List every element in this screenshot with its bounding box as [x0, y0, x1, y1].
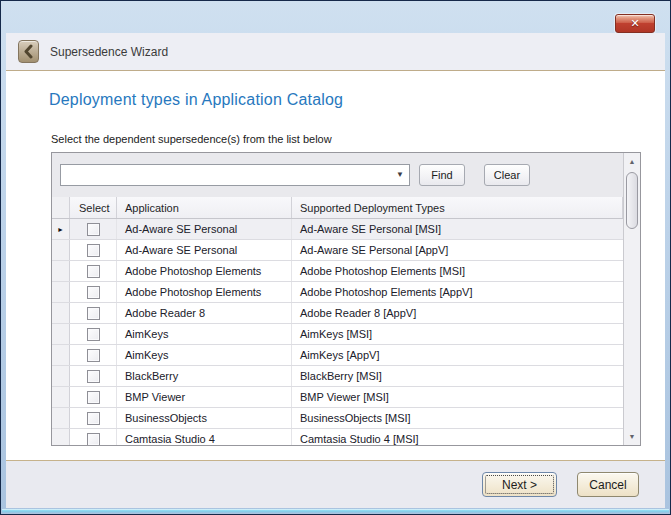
table-row[interactable]: ► Ad-Aware SE Personal Ad-Aware SE Perso…: [52, 219, 623, 240]
select-cell: [70, 387, 117, 407]
supported-deployment-type-cell: Camtasia Studio 4 [MSI]: [292, 429, 623, 445]
combobox-dropdown-icon[interactable]: ▼: [391, 165, 409, 185]
select-cell: [70, 219, 117, 239]
scroll-up-icon: ▲: [629, 158, 636, 165]
supported-deployment-type-cell: AimKeys [AppV]: [292, 345, 623, 365]
row-checkbox[interactable]: [87, 265, 100, 278]
table-row[interactable]: BlackBerry BlackBerry [MSI]: [52, 366, 623, 387]
row-selector-cell: [52, 429, 70, 445]
supported-deployment-type-cell: Adobe Photoshop Elements [AppV]: [292, 282, 623, 302]
filter-combobox[interactable]: ▼: [60, 164, 410, 186]
application-cell: Adobe Photoshop Elements: [117, 261, 292, 281]
row-checkbox[interactable]: [87, 223, 100, 236]
back-button[interactable]: [18, 40, 39, 63]
wizard-header-band: Supersedence Wizard: [6, 33, 665, 71]
close-button[interactable]: ✕: [615, 14, 655, 33]
row-checkbox[interactable]: [87, 286, 100, 299]
table-row[interactable]: BusinessObjects BusinessObjects [MSI]: [52, 408, 623, 429]
row-selector-cell: [52, 324, 70, 344]
table-row[interactable]: AimKeys AimKeys [AppV]: [52, 345, 623, 366]
next-button[interactable]: Next >: [482, 472, 557, 497]
cancel-button[interactable]: Cancel: [577, 472, 639, 497]
clear-button[interactable]: Clear: [484, 164, 530, 186]
wizard-window: ✕ Supersedence Wizard Deployment types i…: [0, 0, 671, 515]
table-row[interactable]: AimKeys AimKeys [MSI]: [52, 324, 623, 345]
row-checkbox[interactable]: [87, 370, 100, 383]
row-selector-cell: [52, 261, 70, 281]
page-content: Deployment types in Application Catalog …: [6, 71, 665, 460]
scrollbar-thumb[interactable]: [626, 172, 638, 229]
table-body: ► Ad-Aware SE Personal Ad-Aware SE Perso…: [52, 219, 623, 445]
row-selector-cell: [52, 387, 70, 407]
table-row[interactable]: Ad-Aware SE Personal Ad-Aware SE Persona…: [52, 240, 623, 261]
find-button[interactable]: Find: [419, 164, 465, 186]
supported-deployment-type-cell: Ad-Aware SE Personal [AppV]: [292, 240, 623, 260]
filter-input[interactable]: [65, 166, 391, 184]
supported-deployment-type-cell: Adobe Photoshop Elements [MSI]: [292, 261, 623, 281]
instruction-text: Select the dependent supersedence(s) fro…: [51, 133, 332, 145]
table-row[interactable]: Adobe Photoshop Elements Adobe Photoshop…: [52, 261, 623, 282]
column-header-application[interactable]: Application: [117, 197, 292, 218]
applications-table: Select Application Supported Deployment …: [52, 197, 623, 445]
supersedence-list-panel: ▼ Find Clear Select Application Supporte…: [51, 152, 641, 446]
supported-deployment-type-cell: AimKeys [MSI]: [292, 324, 623, 344]
close-icon: ✕: [630, 18, 639, 29]
supported-deployment-type-cell: Adobe Reader 8 [AppV]: [292, 303, 623, 323]
application-cell: Ad-Aware SE Personal: [117, 240, 292, 260]
row-selector-header: [52, 197, 70, 218]
column-header-select[interactable]: Select: [70, 197, 117, 218]
row-selector-cell: [52, 282, 70, 302]
application-cell: Adobe Reader 8: [117, 303, 292, 323]
titlebar[interactable]: ✕: [1, 1, 670, 33]
row-selector-cell: [52, 366, 70, 386]
table-row[interactable]: BMP Viewer BMP Viewer [MSI]: [52, 387, 623, 408]
row-checkbox[interactable]: [87, 244, 100, 257]
application-cell: Adobe Photoshop Elements: [117, 282, 292, 302]
filter-toolbar: ▼ Find Clear: [52, 153, 623, 197]
row-checkbox[interactable]: [87, 412, 100, 425]
dialog-body: Supersedence Wizard Deployment types in …: [6, 33, 665, 508]
select-cell: [70, 429, 117, 445]
scroll-down-icon: ▼: [629, 433, 636, 440]
select-cell: [70, 366, 117, 386]
select-cell: [70, 261, 117, 281]
row-checkbox[interactable]: [87, 349, 100, 362]
scrollbar-down-button[interactable]: ▼: [624, 428, 640, 445]
application-cell: AimKeys: [117, 324, 292, 344]
row-checkbox[interactable]: [87, 328, 100, 341]
supported-deployment-type-cell: BlackBerry [MSI]: [292, 366, 623, 386]
back-chevron-icon: [22, 44, 35, 59]
application-cell: BusinessObjects: [117, 408, 292, 428]
application-cell: AimKeys: [117, 345, 292, 365]
table-row[interactable]: Adobe Photoshop Elements Adobe Photoshop…: [52, 282, 623, 303]
table-row[interactable]: Adobe Reader 8 Adobe Reader 8 [AppV]: [52, 303, 623, 324]
select-cell: [70, 408, 117, 428]
application-cell: BlackBerry: [117, 366, 292, 386]
column-header-supported-deployment-types[interactable]: Supported Deployment Types: [292, 197, 623, 218]
table-header-row: Select Application Supported Deployment …: [52, 197, 623, 219]
select-cell: [70, 303, 117, 323]
scrollbar-up-button[interactable]: ▲: [624, 153, 640, 170]
row-selector-cell: ►: [52, 219, 70, 239]
row-checkbox[interactable]: [87, 433, 100, 446]
row-selector-cell: [52, 408, 70, 428]
row-checkbox[interactable]: [87, 307, 100, 320]
dialog-footer: Next > Cancel: [6, 460, 665, 508]
application-cell: Camtasia Studio 4: [117, 429, 292, 445]
select-cell: [70, 282, 117, 302]
application-cell: Ad-Aware SE Personal: [117, 219, 292, 239]
table-row[interactable]: Camtasia Studio 4 Camtasia Studio 4 [MSI…: [52, 429, 623, 445]
wizard-title: Supersedence Wizard: [50, 45, 168, 59]
supported-deployment-type-cell: BMP Viewer [MSI]: [292, 387, 623, 407]
select-cell: [70, 345, 117, 365]
select-cell: [70, 240, 117, 260]
row-selector-cell: [52, 303, 70, 323]
row-selector-cell: [52, 345, 70, 365]
row-checkbox[interactable]: [87, 391, 100, 404]
vertical-scrollbar[interactable]: ▲ ▼: [623, 153, 640, 445]
supported-deployment-type-cell: Ad-Aware SE Personal [MSI]: [292, 219, 623, 239]
select-cell: [70, 324, 117, 344]
application-cell: BMP Viewer: [117, 387, 292, 407]
supported-deployment-type-cell: BusinessObjects [MSI]: [292, 408, 623, 428]
row-selector-cell: [52, 240, 70, 260]
